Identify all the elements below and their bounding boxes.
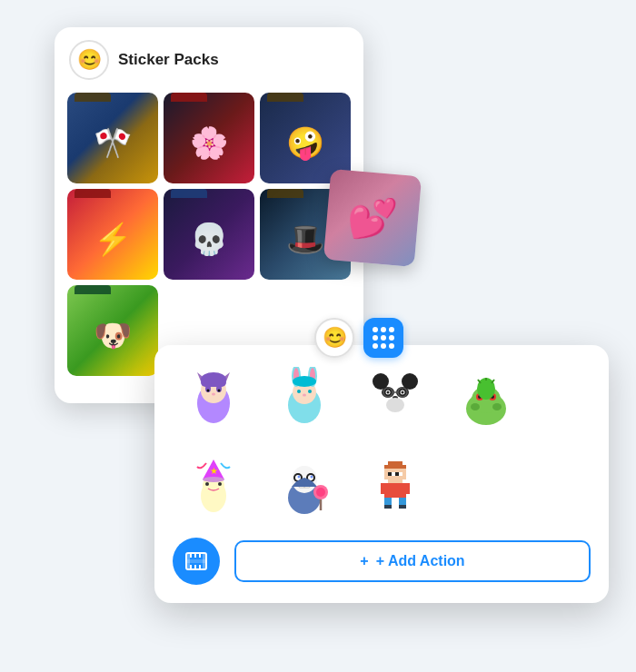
svg-rect-90 xyxy=(190,553,192,558)
folder-item[interactable]: 💀 xyxy=(164,189,254,280)
sticker-row-2: ★ xyxy=(173,450,591,523)
folder-thumb: ⚡ xyxy=(67,189,158,280)
svg-text:★: ★ xyxy=(210,466,218,476)
svg-point-54 xyxy=(218,482,222,486)
svg-rect-75 xyxy=(395,472,399,476)
panel-title: Sticker Packs xyxy=(118,51,219,69)
panel-footer: + + Add Action xyxy=(173,538,591,585)
panel-header: 😊 Sticker Packs xyxy=(55,27,363,89)
svg-rect-91 xyxy=(194,553,196,558)
svg-rect-80 xyxy=(381,483,384,494)
panda-svg xyxy=(363,367,428,432)
svg-rect-68 xyxy=(388,461,402,465)
svg-rect-78 xyxy=(388,479,402,483)
emoji-button-middle[interactable]: 😊 xyxy=(314,318,354,358)
svg-point-17 xyxy=(297,390,301,393)
svg-rect-93 xyxy=(190,565,192,569)
svg-point-19 xyxy=(303,394,306,397)
svg-point-35 xyxy=(386,398,404,412)
sticker-bunny-girl[interactable] xyxy=(263,363,345,436)
folder-thumb: 💀 xyxy=(164,189,254,280)
emoji-icon-middle: 😊 xyxy=(323,326,347,350)
svg-rect-92 xyxy=(199,553,201,558)
floating-folder-emoji: 💕 xyxy=(345,193,399,244)
svg-rect-89 xyxy=(186,559,206,563)
svg-point-39 xyxy=(492,403,502,410)
folder-item[interactable]: 🐶 xyxy=(67,285,158,376)
svg-point-33 xyxy=(402,391,404,394)
sans-svg xyxy=(272,454,337,519)
svg-rect-76 xyxy=(402,472,406,476)
sticker-party[interactable]: ★ xyxy=(173,450,254,523)
bunny-girl-svg xyxy=(272,367,337,432)
pixel-svg xyxy=(363,454,428,519)
svg-rect-73 xyxy=(384,472,388,476)
sticker-panda[interactable] xyxy=(354,363,436,436)
svg-line-47 xyxy=(492,380,494,383)
sticker-sans[interactable] xyxy=(263,450,345,523)
svg-point-32 xyxy=(387,391,390,394)
movie-icon xyxy=(184,549,208,573)
svg-rect-77 xyxy=(384,476,406,479)
grid-button[interactable] xyxy=(363,318,403,358)
svg-line-46 xyxy=(478,380,481,383)
svg-rect-94 xyxy=(194,565,196,569)
folder-thumb: 🐶 xyxy=(67,285,158,376)
svg-rect-70 xyxy=(384,469,388,472)
plus-icon: + xyxy=(360,553,368,569)
svg-point-7 xyxy=(218,390,221,392)
svg-point-38 xyxy=(471,403,480,410)
svg-point-18 xyxy=(308,390,312,393)
svg-rect-84 xyxy=(384,505,392,509)
emoji-icon[interactable]: 😊 xyxy=(69,40,109,80)
svg-point-61 xyxy=(298,476,301,479)
bulbasaur-svg xyxy=(453,367,519,432)
sticker-row-1 xyxy=(173,363,591,436)
folder-item[interactable]: ⚡ xyxy=(67,189,158,280)
folder-item[interactable]: 🌸 xyxy=(164,93,254,183)
svg-rect-72 xyxy=(402,469,406,472)
sticker-cat-girl[interactable] xyxy=(173,363,254,436)
svg-point-20 xyxy=(293,376,316,387)
party-svg: ★ xyxy=(181,454,246,519)
svg-rect-69 xyxy=(384,465,406,469)
floating-folder[interactable]: 💕 xyxy=(323,169,422,267)
svg-rect-10 xyxy=(201,378,226,387)
svg-rect-95 xyxy=(199,565,201,569)
folder-thumb: 🌸 xyxy=(164,93,254,183)
movie-button[interactable] xyxy=(173,538,220,585)
folder-item[interactable]: 🎌 xyxy=(67,93,158,183)
folder-thumb: 🎌 xyxy=(67,93,158,183)
cat-girl-svg xyxy=(181,367,246,432)
sticker-bulbasaur[interactable] xyxy=(445,363,527,436)
svg-point-62 xyxy=(311,476,313,479)
add-action-button[interactable]: + + Add Action xyxy=(234,540,591,582)
svg-point-6 xyxy=(207,390,210,392)
grid-dots-icon xyxy=(373,327,394,349)
sticker-pixel-character[interactable] xyxy=(354,450,436,523)
sticker-picker-panel: ★ xyxy=(154,345,609,603)
add-action-label: + Add Action xyxy=(376,553,465,569)
svg-rect-85 xyxy=(399,505,406,509)
svg-point-51 xyxy=(203,477,224,482)
svg-rect-81 xyxy=(406,483,410,494)
svg-point-66 xyxy=(316,488,325,497)
svg-point-53 xyxy=(205,482,209,486)
svg-point-8 xyxy=(212,393,215,396)
svg-rect-79 xyxy=(384,483,406,498)
svg-rect-74 xyxy=(388,472,392,476)
svg-rect-71 xyxy=(388,469,402,472)
